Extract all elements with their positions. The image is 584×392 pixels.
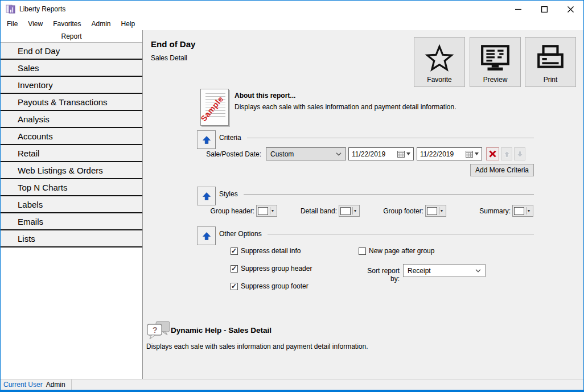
suppress-group-header-checkbox-row[interactable]: Suppress group header — [231, 265, 312, 273]
summary-style-picker[interactable]: ▾ — [512, 205, 533, 217]
picker-divider — [270, 207, 270, 214]
sidebar-item-inventory[interactable]: Inventory — [1, 77, 142, 94]
calendar-dropdown-icon[interactable] — [466, 151, 479, 158]
chevron-down-icon — [475, 269, 481, 273]
styles-divider — [244, 194, 534, 195]
date-from-field[interactable]: 11/22/2019 — [348, 147, 414, 160]
date-to-field[interactable]: 11/22/2019 — [417, 147, 482, 160]
dropdown-arrow-icon: ▾ — [272, 209, 274, 213]
print-button[interactable]: Print — [525, 37, 576, 87]
menu-view[interactable]: View — [23, 18, 48, 30]
move-criteria-down-button[interactable] — [514, 147, 525, 160]
arrow-up-disabled-icon — [503, 150, 511, 158]
summary-label: Summary: — [454, 207, 511, 215]
sale-posted-date-label: Sale/Posted Date: — [188, 150, 261, 158]
group-header-label: Group header: — [198, 207, 254, 215]
menu-help[interactable]: Help — [116, 18, 141, 30]
sidebar-item-top-n-charts[interactable]: Top N Charts — [1, 179, 142, 196]
status-separator — [71, 379, 72, 390]
date-to-value: 11/22/2019 — [420, 150, 454, 158]
sidebar-item-labels[interactable]: Labels — [1, 196, 142, 213]
suppress-detail-info-checkbox-row[interactable]: Suppress detail info — [231, 247, 301, 255]
close-button[interactable] — [557, 1, 583, 18]
about-heading: About this report... — [235, 92, 295, 100]
checkbox-icon[interactable] — [231, 283, 238, 290]
menu-favorites[interactable]: Favorites — [48, 18, 86, 30]
dropdown-arrow-icon — [406, 152, 410, 155]
checkbox-icon[interactable] — [359, 247, 366, 255]
group-header-style-picker[interactable]: ▾ — [256, 205, 277, 217]
calendar-icon — [466, 151, 473, 158]
menu-file[interactable]: File — [2, 18, 23, 30]
dropdown-arrow-icon: ▾ — [528, 209, 530, 213]
add-more-criteria-button[interactable]: Add More Criteria — [470, 164, 534, 176]
date-mode-value: Custom — [270, 150, 294, 158]
arrow-down-disabled-icon — [516, 150, 524, 158]
options-collapse-button[interactable] — [197, 226, 216, 245]
styles-collapse-button[interactable] — [197, 187, 216, 205]
sort-report-by-value: Receipt — [408, 267, 431, 275]
sidebar-item-payouts-transactions[interactable]: Payouts & Transactions — [1, 94, 142, 111]
remove-criteria-button[interactable] — [486, 147, 499, 160]
title-bar: Liberty Reports — [1, 1, 583, 18]
sidebar-item-retail[interactable]: Retail — [1, 145, 142, 162]
maximize-button[interactable] — [531, 1, 557, 18]
criteria-collapse-button[interactable] — [197, 130, 216, 149]
new-page-after-group-checkbox-row[interactable]: New page after group — [359, 247, 434, 255]
preview-button[interactable]: Preview — [470, 37, 521, 87]
style-swatch — [340, 207, 351, 215]
preview-monitor-icon — [480, 44, 511, 72]
chevron-down-icon — [336, 152, 342, 156]
calendar-icon — [397, 151, 405, 158]
print-button-label: Print — [544, 76, 558, 84]
sidebar-item-emails[interactable]: Emails — [1, 213, 142, 230]
style-swatch — [427, 207, 437, 215]
sidebar-item-web-listings-orders[interactable]: Web Listings & Orders — [1, 162, 142, 179]
report-sidebar: Report End of Day Sales Inventory Payout… — [1, 30, 143, 379]
sidebar-item-accounts[interactable]: Accounts — [1, 128, 142, 145]
date-mode-select[interactable]: Custom — [266, 147, 346, 160]
date-from-value: 11/22/2019 — [352, 150, 385, 158]
suppress-group-footer-checkbox-row[interactable]: Suppress group footer — [231, 282, 309, 290]
dropdown-arrow-icon: ▾ — [441, 209, 443, 213]
criteria-section-header: Criteria — [219, 134, 534, 142]
sort-report-by-select[interactable]: Receipt — [403, 264, 486, 277]
page-subtitle: Sales Detail — [151, 54, 187, 62]
dropdown-arrow-icon — [475, 152, 479, 155]
checkbox-icon[interactable] — [231, 265, 238, 273]
app-window: Liberty Reports File View Favorites Admi… — [0, 0, 584, 392]
minimize-button[interactable] — [505, 1, 531, 18]
minimize-icon — [515, 6, 521, 13]
dynamic-help-description: Displays each sale with sales informatio… — [146, 343, 368, 350]
suppress-detail-info-label: Suppress detail info — [241, 247, 301, 255]
detail-band-label: Detail band: — [280, 207, 337, 215]
menu-bar: File View Favorites Admin Help — [1, 18, 583, 30]
report-detail-panel: End of Day Sales Detail Favorite — [143, 30, 583, 379]
move-criteria-up-button[interactable] — [501, 147, 512, 160]
checkbox-icon[interactable] — [231, 247, 238, 255]
detail-band-style-picker[interactable]: ▾ — [339, 205, 360, 217]
calendar-dropdown-icon[interactable] — [397, 151, 410, 158]
suppress-group-footer-label: Suppress group footer — [241, 282, 309, 290]
arrow-up-icon — [202, 135, 211, 145]
dropdown-arrow-icon: ▾ — [354, 209, 356, 213]
question-mark-glyph: ? — [153, 325, 158, 335]
arrow-up-icon — [202, 192, 211, 201]
favorite-button[interactable]: Favorite — [414, 37, 465, 87]
current-user-label[interactable]: Current User — [3, 381, 43, 389]
current-user-value: Admin — [46, 381, 65, 389]
window-controls — [505, 1, 583, 18]
sidebar-item-end-of-day[interactable]: End of Day — [1, 43, 142, 60]
group-footer-label: Group footer: — [367, 207, 423, 215]
sidebar-item-analysis[interactable]: Analysis — [1, 111, 142, 128]
new-page-after-group-label: New page after group — [369, 247, 434, 255]
suppress-group-header-label: Suppress group header — [241, 265, 312, 273]
criteria-divider — [247, 138, 534, 138]
group-footer-style-picker[interactable]: ▾ — [425, 205, 446, 217]
picker-divider — [526, 207, 527, 214]
options-divider — [268, 234, 534, 234]
menu-admin[interactable]: Admin — [87, 18, 116, 30]
style-swatch — [514, 207, 524, 215]
sidebar-item-sales[interactable]: Sales — [1, 60, 142, 77]
sidebar-item-lists[interactable]: Lists — [1, 230, 142, 247]
